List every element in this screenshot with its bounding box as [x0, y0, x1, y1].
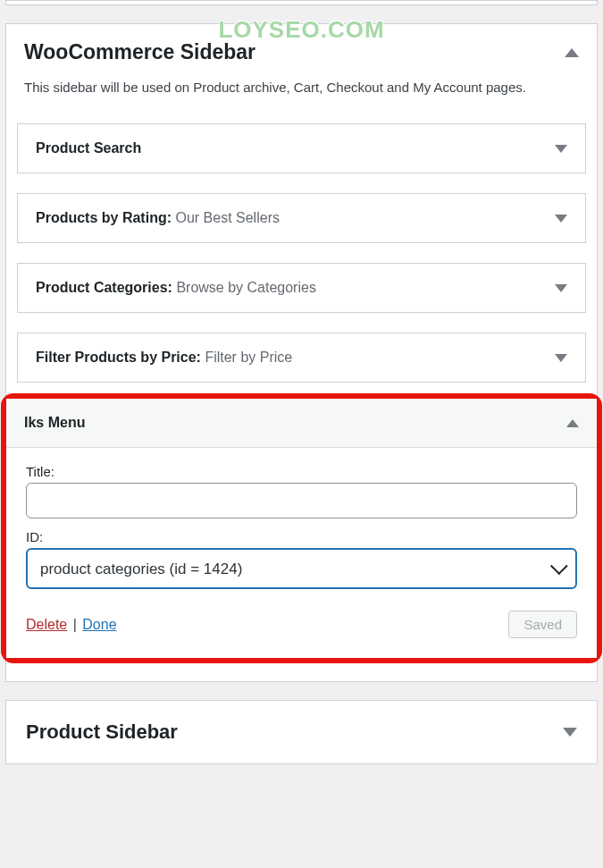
widget-filter-by-price: Filter Products by Price: Filter by Pric…: [17, 333, 586, 383]
widget-product-search: Product Search: [17, 123, 586, 173]
footer-links: Delete | Done: [26, 617, 117, 633]
done-link[interactable]: Done: [82, 617, 116, 632]
chevron-down-icon[interactable]: [555, 215, 567, 223]
panel-title: WooCommerce Sidebar: [24, 40, 255, 64]
widget-title-main: Filter Products by Price:: [36, 350, 201, 365]
widget-header[interactable]: Product Categories: Browse by Categories: [18, 264, 585, 312]
widget-products-by-rating: Products by Rating: Our Best Sellers: [17, 193, 586, 243]
widget-title-main: Product Search: [36, 140, 141, 156]
widget-title: Product Categories: Browse by Categories: [36, 280, 316, 296]
widget-title-main: Products by Rating:: [36, 210, 172, 225]
widget-header[interactable]: Filter Products by Price: Filter by Pric…: [18, 333, 585, 382]
chevron-down-icon[interactable]: [555, 145, 567, 153]
panel-description: This sidebar will be used on Product arc…: [24, 77, 579, 98]
saved-button: Saved: [508, 611, 577, 638]
widget-footer: Delete | Done Saved: [26, 611, 577, 638]
chevron-down-icon[interactable]: [555, 284, 567, 292]
panel-header[interactable]: WooCommerce Sidebar This sidebar will be…: [6, 24, 597, 114]
chevron-down-icon[interactable]: [563, 728, 577, 737]
chevron-down-icon[interactable]: [555, 354, 567, 362]
widget-header[interactable]: Products by Rating: Our Best Sellers: [18, 194, 585, 242]
panel-header[interactable]: Product Sidebar: [6, 701, 597, 763]
id-label: ID:: [26, 529, 577, 544]
widget-body: Title: ID: product categories (id = 1424…: [6, 448, 597, 658]
widget-product-categories: Product Categories: Browse by Categories: [17, 263, 586, 313]
highlighted-widget-box: Iks Menu Title: ID: product categories (…: [1, 393, 602, 663]
widget-title-main: Product Categories:: [36, 280, 172, 295]
widget-subtitle: Our Best Sellers: [175, 210, 279, 225]
widget-title: Iks Menu: [24, 415, 85, 431]
chevron-up-icon[interactable]: [565, 48, 579, 57]
delete-link[interactable]: Delete: [26, 617, 67, 632]
top-spacer: [5, 0, 598, 5]
panel-title: Product Sidebar: [26, 721, 178, 744]
chevron-up-icon[interactable]: [566, 419, 579, 427]
title-label: Title:: [26, 464, 577, 479]
id-select-wrapper: product categories (id = 1424): [26, 548, 577, 589]
widget-title: Product Search: [36, 140, 141, 156]
widget-title: Products by Rating: Our Best Sellers: [36, 210, 280, 226]
title-input[interactable]: [26, 483, 577, 518]
panel-title-row: WooCommerce Sidebar: [24, 40, 579, 64]
widget-title: Filter Products by Price: Filter by Pric…: [36, 350, 292, 366]
widget-subtitle: Browse by Categories: [176, 280, 316, 295]
woocommerce-sidebar-panel: WooCommerce Sidebar This sidebar will be…: [5, 23, 598, 682]
widget-header[interactable]: Product Search: [18, 124, 585, 173]
widget-subtitle: Filter by Price: [205, 350, 292, 365]
link-separator: |: [73, 617, 77, 632]
id-select[interactable]: product categories (id = 1424): [26, 548, 577, 589]
product-sidebar-panel: Product Sidebar: [5, 700, 598, 764]
widget-list: Product Search Products by Rating: Our B…: [6, 114, 597, 393]
widget-header-expanded[interactable]: Iks Menu: [6, 399, 597, 448]
iks-menu-widget: Iks Menu Title: ID: product categories (…: [6, 399, 597, 658]
